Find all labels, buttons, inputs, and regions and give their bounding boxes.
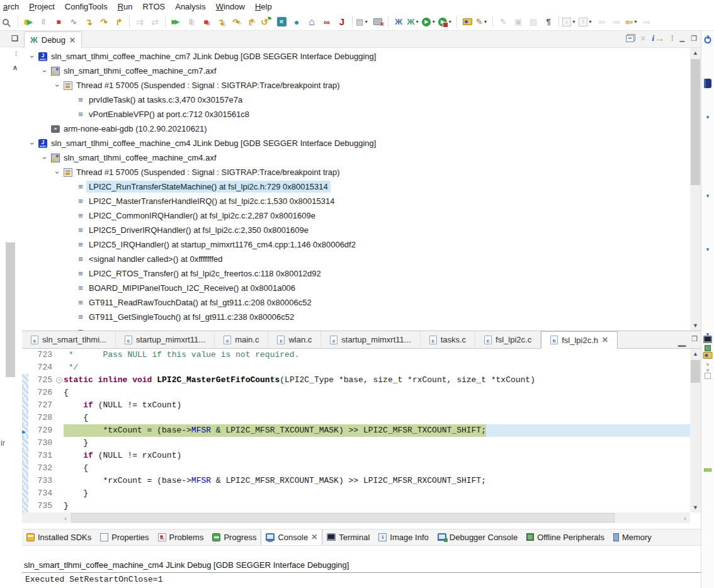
expander-icon[interactable]: › [40, 153, 49, 163]
chevron-blue-icon[interactable]: ▼ [705, 194, 710, 199]
source-code-area[interactable]: 723 * Pass NULL if this value is not req… [22, 349, 690, 512]
close-icon[interactable]: ✕ [311, 533, 317, 541]
line-number[interactable]: 731 [28, 449, 55, 462]
stack-frame-row[interactable]: ≡LPI2C_CommonIRQHandler() at fsl_lpi2c.c… [22, 208, 690, 223]
use-step-filters-button[interactable]: ⇄ [147, 14, 162, 30]
green-dash-icon[interactable] [704, 468, 711, 472]
stack-frame-row[interactable]: ≡GT911_GetSingleTouch() at fsl_gt911.c:2… [22, 310, 690, 324]
line-number[interactable]: 732 [28, 462, 55, 475]
code-line[interactable]: 734 } [22, 487, 690, 500]
bottom-tab-installed-sdks[interactable]: Installed SDKs [22, 529, 96, 545]
program-row[interactable]: ›sln_smart_tlhmi_coffee_machine_cm7.axf [22, 64, 690, 78]
expander-icon[interactable]: › [28, 139, 37, 149]
debug-scrollbar[interactable]: ▲ ▼ [690, 48, 701, 331]
stack-frame-row[interactable]: ≡<signal handler called>() at 0xfffffffe… [22, 252, 690, 266]
menu-item-run[interactable]: Run [113, 1, 138, 12]
expander-icon[interactable]: › [40, 66, 49, 76]
scroll-up-icon[interactable]: ▲ [690, 48, 701, 58]
maximize-icon[interactable]: ❒ [691, 335, 698, 347]
dropdown-arrow-icon[interactable]: ▼ [572, 20, 576, 24]
bottom-tab-memory[interactable]: Memory [609, 529, 656, 545]
scrollbar-thumb[interactable] [691, 59, 700, 185]
line-number[interactable]: 735 [28, 500, 55, 512]
step-over-button[interactable]: ↷ [96, 14, 111, 30]
code-line[interactable]: 728 { [22, 412, 690, 424]
scroll-right-icon[interactable]: › [680, 512, 690, 523]
dropdown-arrow-icon[interactable]: ▼ [484, 20, 488, 24]
next-annotation-button[interactable]: ↓▼ [562, 14, 578, 30]
stack-frame-row[interactable]: ≡GT911_ReadRawTouchData() at fsl_gt911.c… [22, 295, 690, 310]
dropdown-arrow-icon[interactable]: ▼ [415, 20, 419, 24]
menu-item-arch[interactable]: arch [0, 1, 24, 12]
editor-tab[interactable]: hfsl_lpi2c.h✕ [541, 331, 618, 349]
dropdown-arrow-icon[interactable]: ▼ [588, 20, 592, 24]
menu-item-window[interactable]: Window [211, 1, 250, 12]
minimize-icon[interactable]: ▁ [679, 35, 684, 42]
line-number[interactable]: 727 [28, 399, 55, 412]
stack-frame-row[interactable]: ≡LPI2C5_IRQHandler() at startup_mimxrt11… [22, 237, 690, 252]
close-icon[interactable]: ✕ [69, 36, 76, 45]
code-line[interactable]: 723 * Pass NULL if this value is not req… [22, 349, 690, 361]
show-whitespace-button[interactable]: ¶ [541, 14, 556, 30]
book-icon[interactable] [704, 79, 711, 88]
code-line[interactable]: 726{ [22, 387, 690, 399]
code-line[interactable]: 732 { [22, 462, 690, 475]
code-line[interactable]: 731 if (NULL != rxCount) [22, 449, 690, 462]
editor-scrollbar[interactable]: ▲ ▼ [690, 349, 701, 512]
stack-frame-row[interactable]: ≡BOARD_MIPIPanelTouch_I2C_Receive() at 0… [22, 281, 690, 295]
scroll-down-icon[interactable]: ▼ [690, 320, 701, 331]
code-line[interactable]: 725−static inline void LPI2C_MasterGetFi… [22, 374, 690, 387]
format-disabled-button[interactable]: ✎ [496, 14, 511, 30]
jlink-flash-button[interactable]: J [334, 14, 349, 30]
back-disabled-button[interactable]: ⇦ [594, 14, 609, 30]
suspend-all-button[interactable]: ‖ [183, 14, 198, 30]
gdb-process-row[interactable]: »arm-none-eabi-gdb (10.2.90.20210621) [22, 122, 690, 136]
jlink-script-button[interactable]: ∞ [319, 14, 334, 30]
expander-icon[interactable]: › [53, 81, 62, 91]
forward-disabled-button[interactable]: ⇨ [609, 14, 625, 30]
debug-button[interactable]: Ж [391, 14, 406, 30]
code-line[interactable]: 735} [22, 500, 690, 512]
editor-tab[interactable]: ctasks.c [421, 331, 475, 348]
stack-frame-row[interactable]: ≡LPI2C_MasterTransferHandleIRQ() at fsl_… [22, 194, 690, 208]
chevron-blue-icon[interactable]: ▼ [705, 247, 710, 252]
line-number[interactable]: 729 [28, 424, 55, 437]
white-box-icon[interactable] [705, 373, 711, 379]
bottom-tab-progress[interactable]: Progress [208, 529, 261, 545]
resume-button[interactable] [21, 14, 36, 30]
prev-annotation-button[interactable]: ↑▼ [578, 14, 594, 30]
code-line[interactable]: 730 } [22, 437, 690, 449]
bottom-tab-offline-peripherals[interactable]: Offline Peripherals [522, 529, 609, 545]
bottom-tab-image-info[interactable]: iImage Info [374, 529, 433, 545]
open-type-button[interactable] [460, 14, 475, 30]
scroll-up-icon[interactable]: ∧ [13, 64, 18, 72]
code-line[interactable]: ▶729 *txCount = (base->MFSR & LPI2C_MFSR… [22, 424, 690, 437]
restart-button[interactable] [259, 14, 274, 30]
step-over-all-button[interactable]: ↷ [229, 14, 244, 30]
code-line[interactable]: 733 *rxCount = (base->MFSR & LPI2C_MFSR_… [22, 475, 690, 487]
menu-item-rtos[interactable]: RTOS [138, 1, 171, 12]
menu-item-project[interactable]: Project [24, 1, 59, 12]
remove-console-button[interactable] [370, 14, 385, 30]
minimize-icon[interactable]: ▁ [678, 335, 686, 347]
bottom-tab-console[interactable]: Console✕ [261, 529, 322, 545]
dropdown-arrow-icon[interactable]: ▼ [431, 20, 436, 24]
stack-frame-row[interactable]: ≡LPI2C5_DriverIRQHandler() at fsl_lpi2c.… [22, 223, 690, 237]
profile-button[interactable]: ▼ [438, 14, 454, 30]
forward-button[interactable]: ⇨ [640, 14, 655, 30]
terminate-button[interactable]: ■ [51, 14, 66, 30]
scrollbar-thumb[interactable] [71, 513, 615, 523]
new-wizard-button[interactable]: ✎▼ [475, 14, 490, 30]
scrollbar-thumb[interactable] [6, 242, 15, 377]
chevron-blue-icon[interactable]: ▼ [705, 115, 710, 120]
debug-launch-row[interactable]: ›Jsln_smart_tlhmi_coffee_machine_cm4 JLi… [22, 136, 690, 150]
scrollbar-thumb[interactable] [691, 360, 700, 383]
stack-frame-row[interactable]: ≡vPortEnableVFP() at port.c:712 0x301561… [22, 107, 690, 122]
bottom-tab-problems[interactable]: Problems [154, 529, 208, 545]
expander-icon[interactable]: › [28, 52, 37, 62]
line-number[interactable]: 730 [28, 437, 55, 449]
view-menu-icon[interactable]: ⁞ [15, 50, 17, 57]
terminate-remove-button[interactable]: × [274, 14, 289, 30]
tab-debug[interactable]: Ж Debug ✕ [24, 31, 82, 48]
line-number[interactable]: 723 [28, 349, 55, 361]
